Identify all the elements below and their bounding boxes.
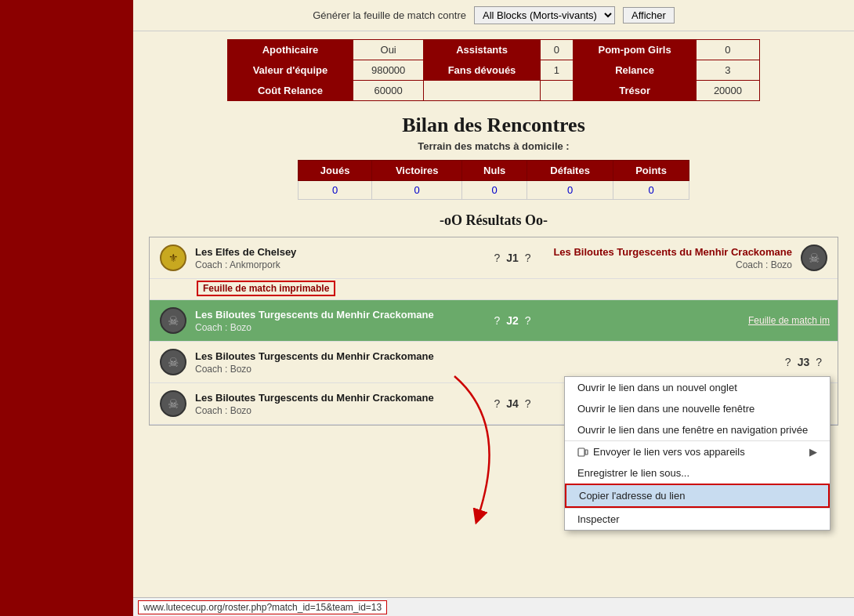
- right-team-j1: Les Biloutes Turgescents du Menhir Crack…: [539, 242, 830, 274]
- col-defaites: Défaites: [527, 161, 613, 181]
- pompom-header: Pom-pom Girls: [574, 40, 697, 60]
- left-team-icon-j4: ☠: [157, 388, 189, 419]
- round-j3: J3: [798, 356, 810, 368]
- context-save-link[interactable]: Enregistrer le lien sous...: [565, 462, 830, 484]
- left-team-info-j3: Les Biloutes Turgescents du Menhir Crack…: [195, 350, 777, 375]
- right-team-name-j1: Les Biloutes Turgescents du Menhir Crack…: [553, 246, 792, 258]
- svg-text:☠: ☠: [168, 314, 179, 328]
- tresor-header: Trésor: [574, 81, 697, 101]
- score1-j2: ?: [494, 314, 500, 327]
- val-defaites: 0: [527, 181, 613, 200]
- device-icon: [577, 447, 588, 458]
- cout-header: Coût Relance: [228, 81, 353, 101]
- context-menu: Ouvrir le lien dans un nouvel onglet Ouv…: [564, 376, 830, 531]
- left-coach-j1: Coach : Ankmorpork: [195, 259, 486, 270]
- svg-rect-13: [585, 450, 588, 455]
- feuille-link-j2[interactable]: Feuille de match im: [748, 315, 830, 326]
- left-team-icon-j2: ☠: [157, 305, 189, 336]
- url-bar: www.lutececup.org/roster.php?match_id=15…: [133, 597, 854, 616]
- top-bar: Générer la feuille de match contre All B…: [133, 0, 854, 31]
- left-team-info-j1: Les Elfes de Chelsey Coach : Ankmorpork: [195, 246, 486, 270]
- match-row-j2: ☠ Les Biloutes Turgescents du Menhir Cra…: [150, 300, 838, 342]
- score1-j1: ?: [494, 252, 500, 264]
- svg-text:⚜: ⚜: [168, 252, 179, 264]
- context-new-tab[interactable]: Ouvrir le lien dans un nouvel onglet: [565, 377, 830, 398]
- score1-j4: ?: [494, 397, 500, 410]
- left-team-info-j2: Les Biloutes Turgescents du Menhir Crack…: [195, 309, 486, 333]
- context-new-window[interactable]: Ouvrir le lien dans une nouvelle fenêtre: [565, 398, 830, 419]
- empty2: [540, 81, 574, 101]
- apothicaire-header: Apothicaire: [228, 40, 353, 60]
- val-victoires: 0: [372, 181, 462, 200]
- match-center-j3: ? J3 ?: [785, 356, 822, 368]
- right-team-j2: Feuille de match im: [539, 315, 830, 326]
- col-joues: Joués: [299, 161, 372, 181]
- assistants-header: Assistants: [424, 40, 540, 60]
- val-joues: 0: [299, 181, 372, 200]
- url-box: www.lutececup.org/roster.php?match_id=15…: [138, 600, 387, 614]
- match-row-j1: ⚜ Les Elfes de Chelsey Coach : Ankmorpor…: [150, 237, 838, 279]
- left-team-icon-j1: ⚜: [157, 242, 189, 274]
- col-nuls: Nuls: [462, 161, 527, 181]
- afficher-button[interactable]: Afficher: [623, 7, 675, 24]
- left-coach-j4: Coach : Bozo: [195, 405, 486, 416]
- val-nuls: 0: [462, 181, 527, 200]
- stats-table: Joués Victoires Nuls Défaites Points 0 0…: [298, 160, 689, 200]
- context-inspect[interactable]: Inspecter: [565, 508, 830, 530]
- fans-header: Fans dévoués: [424, 60, 540, 81]
- context-send-device[interactable]: Envoyer le lien vers vos appareils ▶: [565, 440, 830, 462]
- pompom-value: 0: [696, 40, 759, 60]
- valeur-value: 980000: [353, 60, 424, 81]
- main-layout: Générer la feuille de match contre All B…: [0, 0, 854, 616]
- round-j1: J1: [506, 252, 519, 264]
- col-points: Points: [613, 161, 689, 181]
- right-team-icon-j1: ☠: [798, 242, 830, 274]
- score1-j3: ?: [785, 356, 791, 368]
- fans-value: 1: [540, 60, 574, 81]
- arrow-icon: ▶: [809, 446, 817, 458]
- svg-text:☠: ☠: [168, 356, 179, 369]
- left-team-name-j3: Les Biloutes Turgescents du Menhir Crack…: [195, 350, 777, 362]
- tresor-value: 20000: [696, 81, 759, 101]
- score2-j2: ?: [525, 314, 531, 327]
- match-center-j4: ? J4 ?: [494, 397, 530, 410]
- apothicaire-value: Oui: [353, 40, 424, 60]
- assistants-value: 0: [540, 40, 574, 60]
- score2-j4: ?: [525, 397, 531, 410]
- score2-j3: ?: [816, 356, 822, 368]
- generate-label: Générer la feuille de match contre: [313, 9, 466, 21]
- round-j2: J2: [506, 314, 519, 327]
- right-coach-j1: Coach : Bozo: [553, 259, 792, 270]
- bilan-subtitle: Terrain des matchs à domicile :: [133, 140, 854, 152]
- left-team-name-j1: Les Elfes de Chelsey: [195, 246, 486, 258]
- results-title: -oO Résultats Oo-: [133, 212, 854, 229]
- content-area: Générer la feuille de match contre All B…: [133, 0, 854, 616]
- context-copy-link[interactable]: Copier l'adresse du lien: [565, 484, 830, 508]
- empty1: [424, 81, 540, 101]
- left-coach-j2: Coach : Bozo: [195, 322, 486, 333]
- left-team-icon-j3: ☠: [157, 346, 189, 378]
- match-center-j1: ? J1 ?: [494, 252, 530, 264]
- val-points: 0: [613, 181, 689, 200]
- relance-header: Relance: [574, 60, 697, 81]
- cout-value: 60000: [353, 81, 424, 101]
- left-coach-j3: Coach : Bozo: [195, 364, 777, 375]
- left-team-info-j4: Les Biloutes Turgescents du Menhir Crack…: [195, 392, 486, 416]
- match-center-j2: ? J2 ?: [494, 314, 530, 327]
- team-select[interactable]: All Blocks (Morts-vivants): [474, 6, 615, 24]
- context-private-window[interactable]: Ouvrir le lien dans une fenêtre en navig…: [565, 419, 830, 440]
- bilan-title: Bilan des Rencontres: [133, 114, 854, 137]
- round-j4: J4: [506, 397, 519, 410]
- score2-j1: ?: [525, 252, 531, 264]
- svg-rect-12: [578, 448, 584, 456]
- info-table: Apothicaire Oui Assistants 0 Pom-pom Gir…: [227, 39, 760, 101]
- col-victoires: Victoires: [372, 161, 462, 181]
- relance-value: 3: [696, 60, 759, 81]
- feuille-link-j1[interactable]: Feuille de match imprimable: [197, 281, 335, 296]
- left-team-name-j4: Les Biloutes Turgescents du Menhir Crack…: [195, 392, 486, 404]
- svg-text:☠: ☠: [168, 397, 179, 411]
- left-team-name-j2: Les Biloutes Turgescents du Menhir Crack…: [195, 309, 486, 321]
- left-sidebar: [0, 0, 133, 616]
- valeur-header: Valeur d'équipe: [228, 60, 353, 81]
- svg-text:☠: ☠: [809, 252, 820, 265]
